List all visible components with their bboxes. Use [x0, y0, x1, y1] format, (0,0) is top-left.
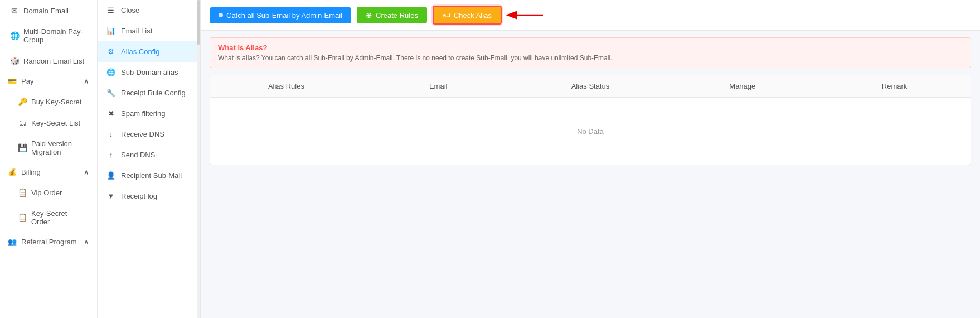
col-manage: Manage: [666, 75, 818, 97]
mid-nav-receipt-rule[interactable]: 🔧 Receipt Rule Config: [98, 83, 200, 103]
receive-dns-icon: ↓: [106, 130, 115, 138]
mid-nav: ☰ Close 📊 Email List ⚙ Alias Config 🌐 Su…: [98, 0, 201, 318]
pay-collapse-icon: ∧: [84, 77, 89, 85]
buy-key-icon: 🔑: [18, 97, 27, 106]
alias-config-icon: ⚙: [106, 47, 115, 56]
sidebar-item-multi-domain[interactable]: 🌐 Multi-Domain Pay-Group: [2, 22, 95, 50]
recipient-icon: 👤: [106, 171, 115, 180]
mid-nav-spam[interactable]: ✖ Spam filtering: [98, 103, 200, 124]
receipt-rule-icon: 🔧: [106, 89, 115, 97]
referral-icon: 👥: [8, 238, 17, 246]
table-body: No Data: [210, 98, 971, 165]
catch-all-button[interactable]: Catch all Sub-Email by Admin-Email: [210, 7, 351, 23]
close-nav-icon: ☰: [106, 6, 115, 15]
key-list-icon: 🗂: [18, 118, 27, 127]
sidebar-item-key-list[interactable]: 🗂 Key-Secret List: [2, 113, 95, 133]
check-alias-button[interactable]: 🏷 Check Alias: [433, 6, 502, 25]
sidebar-item-pay[interactable]: 💳 Pay ∧: [0, 71, 97, 91]
create-rules-icon: ⊕: [366, 11, 372, 20]
mid-nav-sub-domain[interactable]: 🌐 Sub-Domain alias: [98, 62, 200, 83]
sidebar-item-vip-order[interactable]: 📋 Vip Order: [2, 182, 95, 203]
mid-nav-close[interactable]: ☰ Close: [98, 0, 200, 21]
referral-collapse-icon: ∧: [84, 238, 89, 246]
col-email: Email: [362, 75, 515, 97]
paid-version-icon: 💾: [18, 143, 27, 152]
info-title: What is Alias?: [218, 44, 963, 52]
main-content: Catch all Sub-Email by Admin-Email ⊕ Cre…: [201, 0, 980, 318]
email-list-icon: 📊: [106, 27, 115, 35]
sidebar-item-key-order[interactable]: 📋 Key-Secret Order: [2, 204, 95, 232]
alias-table: Alias Rules Email Alias Status Manage Re…: [210, 75, 971, 165]
col-remark: Remark: [818, 75, 971, 97]
mid-nav-receipt-log[interactable]: ▼ Receipt log: [98, 186, 200, 206]
alias-info-box: What is Alias? What is alias? You can ca…: [210, 37, 971, 68]
mid-nav-send-dns[interactable]: ↑ Send DNS: [98, 144, 200, 165]
key-order-icon: 📋: [18, 213, 27, 222]
mid-nav-alias-config[interactable]: ⚙ Alias Config: [98, 41, 200, 62]
col-alias-rules: Alias Rules: [210, 75, 362, 97]
table-header: Alias Rules Email Alias Status Manage Re…: [210, 75, 971, 98]
sidebar-item-referral[interactable]: 👥 Referral Program ∧: [0, 232, 97, 252]
random-email-icon: 🎲: [10, 56, 19, 65]
spam-icon: ✖: [106, 109, 115, 118]
toolbar: Catch all Sub-Email by Admin-Email ⊕ Cre…: [201, 0, 980, 31]
receipt-log-icon: ▼: [106, 192, 115, 200]
catch-all-dot: [219, 13, 223, 17]
sidebar-item-paid-version[interactable]: 💾 Paid Version Migration: [2, 134, 95, 162]
mid-nav-recipient[interactable]: 👤 Recipient Sub-Mail: [98, 165, 200, 186]
billing-icon: 💰: [8, 168, 17, 176]
billing-collapse-icon: ∧: [84, 168, 89, 176]
sidebar-item-domain-email[interactable]: ✉ Domain Email: [2, 1, 95, 21]
red-arrow-annotation: [504, 7, 549, 23]
vip-order-icon: 📋: [18, 188, 27, 197]
no-data-text: No Data: [577, 127, 604, 136]
domain-email-icon: ✉: [10, 6, 19, 15]
multi-domain-icon: 🌐: [10, 31, 19, 40]
mid-nav-receive-dns[interactable]: ↓ Receive DNS: [98, 124, 200, 144]
col-alias-status: Alias Status: [515, 75, 667, 97]
sidebar-item-buy-key[interactable]: 🔑 Buy Key-Secret: [2, 91, 95, 112]
left-sidebar: ✉ Domain Email 🌐 Multi-Domain Pay-Group …: [0, 0, 98, 318]
sidebar-item-billing[interactable]: 💰 Billing ∧: [0, 162, 97, 182]
check-alias-icon: 🏷: [443, 11, 450, 20]
sidebar-item-random-email[interactable]: 🎲 Random Email List: [2, 51, 95, 71]
mid-nav-email-list[interactable]: 📊 Email List: [98, 21, 200, 41]
send-dns-icon: ↑: [106, 151, 115, 159]
check-alias-container: 🏷 Check Alias: [433, 6, 502, 25]
pay-icon: 💳: [8, 77, 17, 85]
sub-domain-icon: 🌐: [106, 68, 115, 76]
create-rules-button[interactable]: ⊕ Create Rules: [357, 7, 427, 23]
info-description: What is alias? You can catch all Sub-Ema…: [218, 54, 963, 62]
